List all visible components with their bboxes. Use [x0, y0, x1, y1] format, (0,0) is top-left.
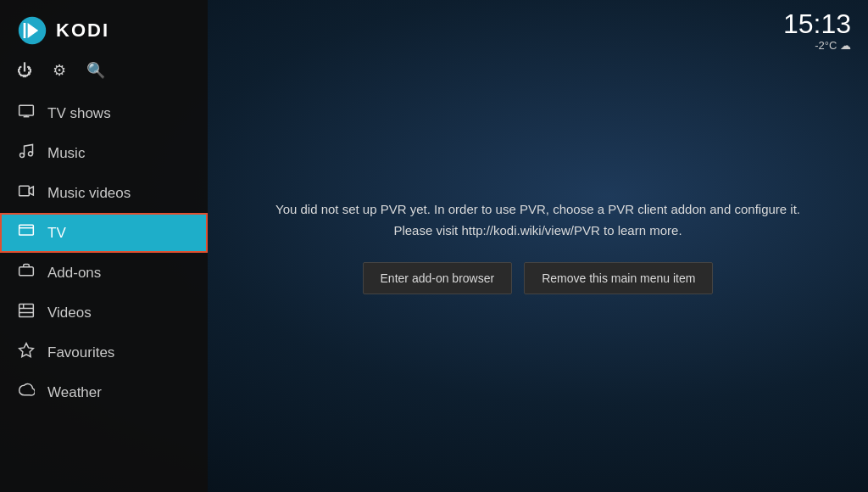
clock-weather: -2°C ☁	[783, 39, 851, 52]
sidebar: KODI ⏻ ⚙ 🔍 TV shows Music Music videos	[0, 0, 208, 492]
sidebar-item-favourites[interactable]: Favourites	[0, 333, 208, 372]
sidebar-item-tv-shows[interactable]: TV shows	[0, 93, 208, 133]
sidebar-label-tv-shows: TV shows	[47, 105, 111, 122]
sidebar-label-music-videos: Music videos	[47, 185, 131, 202]
main-content: 15:13 -2°C ☁ You did not set up PVR yet.…	[208, 0, 868, 492]
app-title: KODI	[56, 20, 109, 42]
sidebar-item-music-videos[interactable]: Music videos	[0, 173, 208, 213]
pvr-message-line2: Please visit http://kodi.wiki/view/PVR t…	[393, 223, 682, 238]
svg-rect-3	[19, 105, 34, 115]
pvr-action-buttons: Enter add-on browser Remove this main me…	[363, 262, 714, 294]
sidebar-label-add-ons: Add-ons	[47, 265, 101, 282]
clock-time: 15:13	[783, 10, 851, 37]
tv-icon	[17, 222, 36, 243]
svg-point-6	[20, 154, 25, 158]
favourites-icon	[17, 342, 36, 363]
svg-rect-9	[19, 225, 34, 235]
sidebar-label-tv: TV	[47, 225, 66, 242]
pvr-message: You did not set up PVR yet. In order to …	[275, 198, 800, 242]
sidebar-item-music[interactable]: Music	[0, 133, 208, 173]
sidebar-label-favourites: Favourites	[47, 344, 114, 361]
enter-addon-browser-button[interactable]: Enter add-on browser	[363, 262, 513, 294]
remove-menu-item-button[interactable]: Remove this main menu item	[524, 262, 713, 294]
music-videos-icon	[17, 182, 36, 204]
addons-icon	[17, 262, 36, 283]
pvr-message-line1: You did not set up PVR yet. In order to …	[275, 202, 800, 216]
sidebar-label-weather: Weather	[47, 384, 102, 401]
svg-marker-15	[19, 344, 34, 357]
clock-area: 15:13 -2°C ☁	[783, 10, 851, 52]
sidebar-label-videos: Videos	[47, 305, 92, 321]
tv-shows-icon	[17, 103, 36, 124]
sidebar-item-add-ons[interactable]: Add-ons	[0, 253, 208, 293]
sidebar-item-tv[interactable]: TV	[0, 213, 208, 253]
weather-icon	[17, 382, 36, 403]
power-icon[interactable]: ⏻	[17, 62, 32, 80]
svg-rect-8	[19, 186, 30, 196]
svg-point-7	[29, 152, 33, 156]
svg-rect-11	[19, 305, 34, 317]
music-icon	[17, 143, 36, 164]
sidebar-label-music: Music	[47, 145, 85, 162]
sidebar-item-videos[interactable]: Videos	[0, 293, 208, 333]
nav-menu: TV shows Music Music videos TV Add-ons	[0, 93, 208, 492]
search-icon[interactable]: 🔍	[86, 61, 105, 80]
logo-area: KODI	[0, 0, 208, 54]
settings-icon[interactable]: ⚙	[53, 61, 66, 80]
videos-icon	[17, 302, 36, 323]
sidebar-item-weather[interactable]: Weather	[0, 372, 208, 412]
pvr-content-area: You did not set up PVR yet. In order to …	[208, 0, 868, 492]
top-icons-bar: ⏻ ⚙ 🔍	[0, 54, 208, 93]
kodi-logo-icon	[17, 15, 47, 46]
